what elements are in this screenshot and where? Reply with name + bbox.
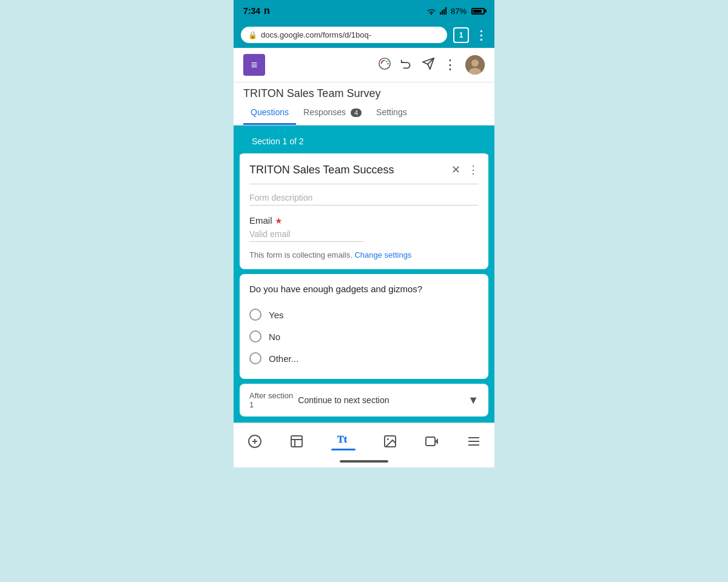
dropdown-arrow-icon[interactable]: ▼ (468, 394, 479, 407)
tabs-bar: Questions Responses 4 Settings (234, 100, 494, 125)
send-icon[interactable] (422, 57, 435, 73)
undo-icon[interactable] (400, 57, 413, 73)
add-question-button[interactable] (241, 432, 268, 451)
svg-point-7 (384, 59, 386, 61)
after-section-prefix: After section 1 (249, 391, 293, 409)
survey-title: TRITON Sales Team Survey (243, 87, 485, 100)
import-questions-button[interactable] (283, 432, 310, 451)
address-bar: 🔒 docs.google.com/forms/d/1boq- 1 ⋮ (234, 22, 494, 48)
status-carrier: n (264, 5, 270, 16)
add-video-button[interactable] (419, 432, 445, 451)
scroll-indicator-bar (234, 457, 494, 467)
after-section-value[interactable]: Continue to next section (298, 395, 463, 405)
bottom-toolbar: Tt (234, 423, 494, 457)
radio-option-no[interactable]: No (249, 326, 479, 347)
svg-rect-4 (445, 7, 447, 15)
status-bar-left: 7:34 n (243, 5, 270, 16)
email-label: Email ★ (249, 215, 479, 226)
forms-logo[interactable]: ≡ (243, 54, 265, 76)
svg-point-13 (471, 59, 479, 67)
radio-no-label: No (269, 332, 280, 342)
tab-count[interactable]: 1 (453, 27, 469, 43)
radio-yes-circle (249, 309, 261, 321)
survey-title-bar: TRITON Sales Team Survey (234, 82, 494, 100)
status-time: 7:34 (243, 6, 260, 16)
collecting-notice: This form is collecting emails. Change s… (249, 250, 479, 259)
status-bar: 7:34 n 87% (234, 0, 494, 22)
svg-point-8 (386, 60, 388, 62)
after-section-bar: After section 1 Continue to next section… (240, 384, 488, 416)
radio-other-circle (249, 352, 261, 364)
email-section: Email ★ Valid email This form is collect… (249, 215, 479, 259)
radio-no-circle (249, 330, 261, 343)
svg-rect-1 (440, 12, 441, 15)
section-tab-wrapper: Section 1 of 2 (234, 125, 494, 151)
add-title-button[interactable]: Tt (325, 429, 362, 453)
change-settings-link[interactable]: Change settings (354, 250, 411, 259)
section-area: Section 1 of 2 TRITON Sales Team Success… (234, 125, 494, 423)
form-title-row: TRITON Sales Team Success ✕ ⋮ (249, 163, 479, 176)
forms-logo-icon: ≡ (251, 59, 258, 72)
more-vert-icon[interactable]: ⋮ (443, 57, 457, 73)
svg-rect-3 (443, 9, 445, 15)
radio-other-label: Other... (269, 353, 298, 364)
responses-badge: 4 (351, 109, 362, 117)
battery-percent: 87% (451, 7, 467, 16)
tab-questions[interactable]: Questions (243, 100, 296, 125)
form-more-icon[interactable]: ⋮ (468, 163, 479, 176)
svg-point-6 (382, 60, 383, 62)
status-bar-right: 87% (426, 7, 485, 16)
question-text: Do you have enough gadgets and gizmos? (249, 284, 479, 294)
radio-option-yes[interactable]: Yes (249, 304, 479, 326)
url-bar[interactable]: 🔒 docs.google.com/forms/d/1boq- (241, 27, 447, 43)
form-description-input[interactable]: Form description (249, 193, 479, 206)
tab-settings[interactable]: Settings (369, 100, 414, 125)
radio-yes-label: Yes (269, 310, 283, 320)
signal-icon (440, 7, 447, 15)
add-image-button[interactable] (377, 432, 403, 451)
phone-container: 7:34 n 87% 🔒 docs.google.com/fo (234, 0, 494, 582)
svg-point-23 (387, 438, 389, 440)
forms-header: ≡ (234, 48, 494, 82)
svg-rect-24 (426, 437, 435, 446)
url-text: docs.google.com/forms/d/1boq- (261, 30, 371, 39)
scroll-indicator (340, 460, 388, 463)
required-star: ★ (275, 216, 283, 226)
user-avatar[interactable] (465, 55, 485, 75)
add-section-button[interactable] (460, 432, 487, 451)
forms-toolbar: ⋮ (378, 55, 485, 75)
collapse-icon[interactable]: ✕ (451, 163, 460, 176)
title-divider (249, 184, 479, 184)
wifi-icon (426, 7, 436, 15)
svg-rect-2 (442, 10, 443, 15)
svg-point-0 (431, 13, 432, 15)
radio-option-other[interactable]: Other... (249, 347, 479, 369)
main-content: TRITON Sales Team Success ✕ ⋮ Form descr… (234, 151, 494, 423)
browser-menu-icon[interactable]: ⋮ (475, 28, 487, 42)
svg-point-9 (387, 62, 389, 64)
battery-icon (471, 8, 485, 15)
lock-icon: 🔒 (248, 31, 257, 39)
svg-rect-18 (291, 436, 302, 447)
form-title-card: TRITON Sales Team Success ✕ ⋮ Form descr… (240, 151, 488, 269)
svg-text:Tt: Tt (337, 434, 348, 444)
email-input-placeholder[interactable]: Valid email (249, 229, 364, 242)
form-title-icons: ✕ ⋮ (451, 163, 479, 176)
section-tab[interactable]: Section 1 of 2 (243, 132, 316, 151)
question-card: Do you have enough gadgets and gizmos? Y… (240, 274, 488, 379)
form-title-text: TRITON Sales Team Success (249, 164, 451, 176)
tab-responses[interactable]: Responses 4 (296, 100, 369, 125)
palette-icon[interactable] (378, 57, 391, 73)
